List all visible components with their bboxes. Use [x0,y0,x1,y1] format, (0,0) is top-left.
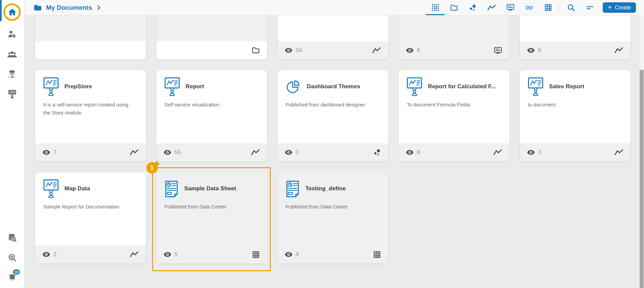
search-button[interactable] [562,0,581,15]
card-footer: 5 [156,245,267,263]
eye-icon [164,150,171,155]
sidebar-item-notifications[interactable]: 19 [0,268,24,287]
tab-reports[interactable] [482,0,501,15]
scatter-icon [374,149,381,156]
table-grid-icon [373,251,381,258]
sort-button[interactable] [581,0,599,15]
card-footer: 55 [156,143,267,161]
document-card[interactable]: 56 [278,15,388,59]
sidebar-item-home[interactable] [3,3,21,21]
card-footer [35,41,146,59]
document-card[interactable] [156,15,267,59]
folder-icon [252,47,260,54]
card-cell: Sample Data SheetPublished from Data Cen… [156,172,267,263]
tab-dashboards[interactable] [463,0,482,15]
card-body: ReportSelf service visualization [156,70,267,143]
card-footer: 4 [278,245,388,263]
card-icon-title-row: Sample Data Sheet [164,179,259,198]
slideshow-icon [494,47,502,54]
sidebar-item-audit-logs[interactable] [0,228,24,248]
card-icon-title-row: Dashboard Themes [286,77,380,96]
views-count: 56 [296,47,302,54]
views-counter: 3 [527,149,541,156]
sidebar-item-presentations[interactable] [0,84,24,104]
views-count: 6 [538,47,541,54]
card-body [278,15,388,41]
card-body: Sales Reportto document [520,70,631,143]
card-description: Published from Data Center [164,203,255,211]
card-cell: Map DataSample Report for Documentation2 [35,172,146,263]
views-count: 8 [417,149,420,156]
eye-icon [527,48,535,53]
database-icon [7,69,17,79]
line-chart-icon [130,251,139,258]
log-search-icon [7,233,17,243]
card-body: Dashboard ThemesPublished from dashboard… [278,70,388,143]
sidebar-bottom-items: 19 [0,228,24,287]
tab-all-items[interactable] [426,0,445,15]
document-card-report-for-calculated-f[interactable]: Report for Calculated F...To document Fo… [399,70,509,161]
document-card-testing-define[interactable]: Testing_definePublished from Data Center… [278,172,388,263]
card-description: Sample Report for Documentation [43,203,134,211]
notification-count-badge: 19 [13,269,20,275]
breadcrumb-label[interactable]: My Documents [46,4,92,11]
eye-icon [285,48,292,53]
pie-icon [286,79,301,94]
line-chart-icon [493,149,502,156]
card-cell: 6 [399,15,509,59]
card-icon-title-row: Sales Report [528,77,623,96]
card-cell: Sales Reportto document3 [520,70,631,161]
eye-icon [406,48,413,53]
views-count: 7 [53,149,56,156]
sidebar-top-items [0,3,24,104]
sidebar-item-data-stores[interactable] [0,64,24,84]
views-count: 6 [417,47,420,54]
card-body: Sample Data SheetPublished from Data Cen… [156,172,267,245]
views-count: 3 [538,149,541,156]
card-description: to document [528,101,618,109]
document-card[interactable]: 6 [399,15,509,59]
card-body: PrepStoreIt is a self-service report cre… [35,70,146,143]
document-card-sales-report[interactable]: Sales Reportto document3 [520,70,631,161]
left-sidebar: 19 [0,0,24,288]
document-card-map-data[interactable]: Map DataSample Report for Documentation2 [35,172,146,263]
datasource-icon [164,180,179,197]
scatter-icon [469,4,477,11]
home-icon [8,8,17,16]
folder-dropdown-icon[interactable] [34,4,42,11]
create-button[interactable]: + Create [603,2,636,13]
document-card[interactable] [35,15,146,59]
eye-icon [164,252,171,257]
card-title: Testing_define [305,185,346,192]
story-icon [43,77,59,96]
tab-slideshows[interactable] [501,0,520,15]
views-counter: 6 [527,47,541,54]
story-icon [43,179,59,198]
card-icon-title-row: Map Data [43,179,138,198]
vertical-scrollbar[interactable] [639,15,644,288]
document-card-report[interactable]: ReportSelf service visualization55 [156,70,267,161]
document-card-dashboard-themes[interactable]: Dashboard ThemesPublished from dashboard… [278,70,388,161]
story-icon [164,77,180,96]
sidebar-item-account-settings[interactable] [0,25,24,44]
scrollbar-thumb[interactable] [640,70,644,288]
tab-links[interactable] [520,0,539,15]
db-search-icon [8,253,17,262]
document-card[interactable]: 6 [520,15,631,59]
plus-icon: + [608,4,612,11]
app-root: { "brand": {"accent_blue": "#1b75bb", "h… [0,0,644,288]
card-cell: Report for Calculated F...To document Fo… [399,70,509,161]
views-counter: 0 [285,149,299,156]
tab-folders[interactable] [445,0,463,15]
line-chart-icon [130,149,139,156]
document-card-prepstore[interactable]: PrepStoreIt is a self-service report cre… [35,70,146,161]
document-card-sample-data-sheet[interactable]: Sample Data SheetPublished from Data Cen… [156,172,267,263]
card-body: Report for Calculated F...To document Fo… [399,70,509,143]
views-count: 4 [296,251,299,258]
sidebar-item-user-groups[interactable] [0,44,24,64]
breadcrumb[interactable]: My Documents [24,4,101,11]
tab-datasources[interactable] [539,0,557,15]
sidebar-item-data-search[interactable] [0,248,24,268]
line-chart-icon [372,47,381,54]
table-grid-icon [252,251,260,258]
